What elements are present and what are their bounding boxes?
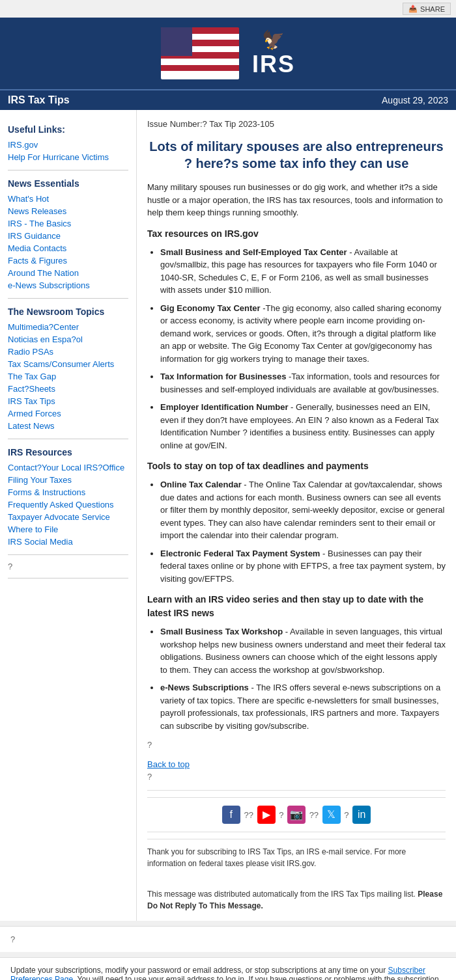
back-to-top-link[interactable]: Back to top bbox=[147, 759, 190, 769]
share-label: SHARE bbox=[420, 5, 445, 13]
article-body: Many military spouses run businesses or … bbox=[147, 181, 446, 912]
sidebar-item-irs-tax-tips[interactable]: IRS Tax Tips bbox=[8, 395, 128, 407]
separator-1 bbox=[147, 790, 446, 791]
bullet-1-1-bold: Small Business and Self-Employed Tax Cen… bbox=[160, 247, 347, 257]
bullet-1-3-bold: Tax Information for Businesses bbox=[160, 372, 286, 381]
divider-5 bbox=[8, 578, 128, 578]
bullets-list-1: Small Business and Self-Employed Tax Cen… bbox=[160, 246, 446, 452]
sidebar-item-social-media[interactable]: IRS Social Media bbox=[8, 536, 128, 548]
article-intro: Many military spouses run businesses or … bbox=[147, 181, 446, 219]
sidebar-item-forms-instructions[interactable]: Forms & Instructions bbox=[8, 486, 128, 498]
page-title: IRS Tax Tips bbox=[8, 94, 70, 106]
sidebar-item-facts-figures[interactable]: Facts & Figures bbox=[8, 254, 128, 267]
bullet-1-1: Small Business and Self-Employed Tax Cen… bbox=[160, 246, 446, 297]
sidebar-item-filing-taxes[interactable]: Filing Your Taxes bbox=[8, 474, 128, 486]
footer-text-1: Thank you for subscribing to IRS Tax Tip… bbox=[147, 847, 406, 868]
subscriber-preferences-link[interactable]: Subscriber Preferences Page bbox=[10, 966, 425, 980]
title-bar: IRS Tax Tips August 29, 2023 bbox=[0, 89, 456, 110]
sidebar-item-irs-guidance[interactable]: IRS Guidance bbox=[8, 230, 128, 242]
sidebar-item-around-nation[interactable]: Around The Nation bbox=[8, 267, 128, 279]
share-icon: 📤 bbox=[408, 5, 418, 13]
social-qm-1: ?? bbox=[244, 810, 253, 820]
useful-links-title: Useful Links: bbox=[8, 124, 128, 135]
sidebar-item-fact-sheets[interactable]: Fact?Sheets bbox=[8, 383, 128, 395]
bullet-3-2: e-News Subscriptions - The IRS offers se… bbox=[160, 681, 446, 732]
eagle-icon: 🦅 bbox=[252, 29, 295, 51]
news-essentials-title: News Essentials bbox=[8, 178, 128, 189]
bullet-2-2-bold: Electronic Federal Tax Payment System bbox=[160, 549, 320, 558]
sidebar-item-radio[interactable]: Radio PSAs bbox=[8, 346, 128, 358]
sidebar-item-latest-news[interactable]: Latest News bbox=[8, 420, 128, 432]
social-qm-2: ? bbox=[279, 810, 283, 820]
sidebar-link-hurricane[interactable]: Help For Hurricane Victims bbox=[8, 151, 128, 163]
bullet-3-1-bold: Small Business Tax Workshop bbox=[160, 627, 283, 636]
bullets-list-2: Online Tax Calendar - The Online Tax Cal… bbox=[160, 478, 446, 585]
article-footer-msg-2: This message was distributed automatical… bbox=[147, 888, 446, 912]
social-icons-area: f ?? ▶ ? 📷 ?? 𝕏 ? in bbox=[147, 797, 446, 832]
newsroom-title: The Newsroom Topics bbox=[8, 306, 128, 317]
bullet-2-1: Online Tax Calendar - The Online Tax Cal… bbox=[160, 478, 446, 542]
sidebar-item-where-to-file[interactable]: Where to File bbox=[8, 523, 128, 536]
bottom-section-1: ? bbox=[0, 926, 456, 952]
question-mark-2: ? bbox=[147, 770, 446, 783]
sidebar-item-enews[interactable]: e-News Subscriptions bbox=[8, 279, 128, 292]
sidebar-item-irs-basics[interactable]: IRS - The Basics bbox=[8, 217, 128, 230]
sidebar-item-armed-forces[interactable]: Armed Forces bbox=[8, 407, 128, 420]
bullet-1-2-bold: Gig Economy Tax Center bbox=[160, 303, 261, 313]
sidebar-item-media-contacts[interactable]: Media Contacts bbox=[8, 242, 128, 254]
question-mark-1: ? bbox=[147, 739, 446, 752]
article-title: Lots of military spouses are also entrep… bbox=[147, 138, 446, 172]
sidebar-item-multimedia[interactable]: Multimedia?Center bbox=[8, 321, 128, 333]
divider-3 bbox=[8, 439, 128, 439]
sidebar-question-mark: ? bbox=[8, 562, 12, 571]
bullets-list-3: Small Business Tax Workshop - Available … bbox=[160, 625, 446, 732]
sidebar-item-taxpayer-advocate[interactable]: Taxpayer Advocate Service bbox=[8, 511, 128, 523]
flag-image bbox=[161, 27, 239, 79]
sidebar-item-contact-irs[interactable]: Contact?Your Local IRS?Office bbox=[8, 461, 128, 474]
publication-date: August 29, 2023 bbox=[382, 95, 448, 105]
irs-logo-text: IRS bbox=[252, 51, 295, 78]
sidebar-item-news-releases[interactable]: News Releases bbox=[8, 205, 128, 217]
sidebar-item-faq[interactable]: Frequently Asked Questions bbox=[8, 498, 128, 511]
sidebar-item-noticias[interactable]: Noticias en Espa?ol bbox=[8, 333, 128, 346]
section2-heading: Tools to stay on top of tax deadlines an… bbox=[147, 459, 446, 473]
section3-heading: Learn with an IRS video series and then … bbox=[147, 593, 446, 620]
separator-2 bbox=[147, 839, 446, 839]
bullet-2-1-bold: Online Tax Calendar bbox=[160, 480, 242, 489]
bottom-section-subscription: Update your subscriptions, modify your p… bbox=[0, 957, 456, 980]
bottom-question-mark: ? bbox=[10, 934, 15, 944]
bullet-1-2: Gig Economy Tax Center -The gig economy,… bbox=[160, 302, 446, 366]
bullet-1-4: Employer Identification Number - General… bbox=[160, 401, 446, 452]
bullet-1-4-bold: Employer Identification Number bbox=[160, 402, 288, 412]
subscription-text: Update your subscriptions, modify your p… bbox=[10, 966, 446, 980]
sidebar: Useful Links: IRS.gov Help For Hurricane… bbox=[0, 110, 137, 921]
header: 🦅 IRS bbox=[0, 18, 456, 89]
article-footer-msg-1: Thank you for subscribing to IRS Tax Tip… bbox=[147, 846, 446, 869]
social-qm-3: ?? bbox=[309, 810, 319, 820]
footer-text-2: This message was distributed automatical… bbox=[147, 890, 442, 910]
footer-bold: Please Do Not Reply To This Message. bbox=[147, 890, 442, 910]
issue-number: Issue Number:? Tax Tip 2023-105 bbox=[147, 119, 446, 129]
divider-4 bbox=[8, 554, 128, 555]
section1-heading: Tax resources on IRS.gov bbox=[147, 227, 446, 241]
irs-logo: 🦅 IRS bbox=[252, 29, 295, 78]
sidebar-item-tax-gap[interactable]: The Tax Gap bbox=[8, 370, 128, 383]
main-layout: Useful Links: IRS.gov Help For Hurricane… bbox=[0, 110, 456, 921]
facebook-icon[interactable]: f bbox=[222, 806, 240, 824]
sidebar-item-tax-scams[interactable]: Tax Scams/Consumer Alerts bbox=[8, 358, 128, 370]
instagram-icon[interactable]: 📷 bbox=[287, 806, 306, 824]
share-bar: 📤 SHARE bbox=[0, 0, 456, 18]
sidebar-item-whats-hot[interactable]: What's Hot bbox=[8, 193, 128, 205]
divider-1 bbox=[8, 170, 128, 170]
irs-resources-title: IRS Resources bbox=[8, 447, 128, 457]
bullet-3-2-bold: e-News Subscriptions bbox=[160, 683, 249, 692]
bullet-2-2: Electronic Federal Tax Payment System - … bbox=[160, 547, 446, 586]
linkedin-icon[interactable]: in bbox=[352, 806, 371, 824]
twitter-icon[interactable]: 𝕏 bbox=[322, 806, 341, 824]
bullet-3-1: Small Business Tax Workshop - Available … bbox=[160, 625, 446, 676]
bullet-1-3: Tax Information for Businesses -Tax info… bbox=[160, 370, 446, 396]
sidebar-link-irsgov[interactable]: IRS.gov bbox=[8, 139, 128, 151]
youtube-icon[interactable]: ▶ bbox=[257, 806, 276, 824]
share-button[interactable]: 📤 SHARE bbox=[403, 3, 451, 15]
article-content: Issue Number:? Tax Tip 2023-105 Lots of … bbox=[137, 110, 456, 921]
